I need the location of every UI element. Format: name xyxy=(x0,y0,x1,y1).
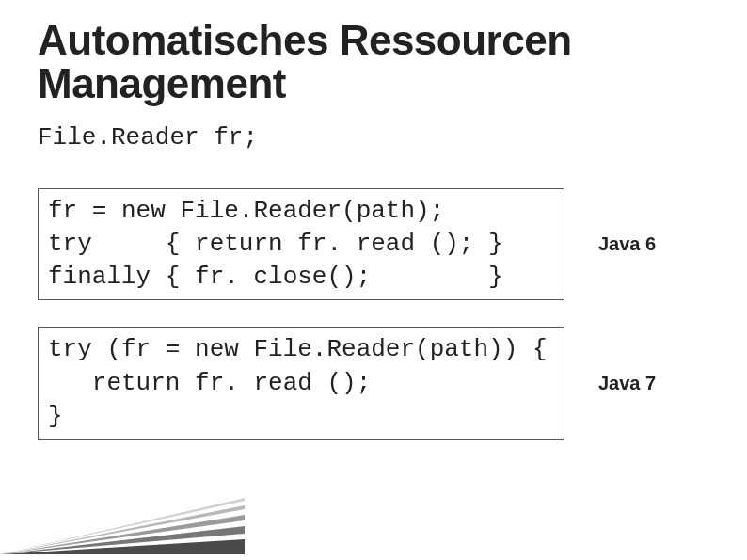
slide-title: Automatisches Ressourcen Management xyxy=(38,19,709,105)
svg-marker-4 xyxy=(0,539,245,554)
code-row-java7: try (fr = new File.Reader(path)) { retur… xyxy=(38,327,709,439)
slide: Automatisches Ressourcen Management File… xyxy=(0,0,747,560)
code-row-java6: fr = new File.Reader(path); try { return… xyxy=(38,188,709,300)
label-java6: Java 6 xyxy=(598,233,656,255)
svg-marker-1 xyxy=(0,505,245,554)
code-block-java7: try (fr = new File.Reader(path)) { retur… xyxy=(38,327,564,439)
svg-marker-2 xyxy=(0,515,245,554)
svg-marker-0 xyxy=(0,498,245,554)
label-java7: Java 7 xyxy=(598,373,656,394)
code-block-java6: fr = new File.Reader(path); try { return… xyxy=(38,188,564,300)
decorative-swoosh xyxy=(0,498,245,554)
declaration-code: File.Reader fr; xyxy=(38,122,709,154)
svg-marker-3 xyxy=(0,526,245,554)
